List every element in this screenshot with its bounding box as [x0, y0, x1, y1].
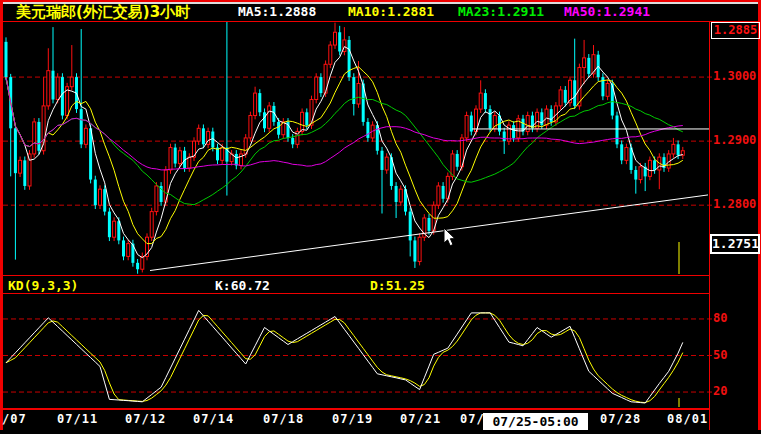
current-price-box: 1.2885 — [711, 22, 760, 39]
main-panel-bottom-border — [0, 275, 710, 276]
mouse-cursor-icon — [443, 228, 457, 248]
kd-indicator-label: KD(9,3,3) — [8, 278, 78, 293]
date-tick-label: 07/18 — [263, 412, 304, 426]
ma23-readout: MA23:1.2911 — [458, 4, 544, 19]
date-tick-label: 07/12 — [125, 412, 166, 426]
date-tick-label: /07 — [2, 412, 27, 426]
kd-gridline-label: 50 — [713, 348, 727, 362]
kd-panel-top-border — [0, 293, 710, 294]
kd-d-readout: D:51.25 — [370, 278, 425, 293]
ma5-readout: MA5:1.2888 — [238, 4, 316, 19]
chart-application-window: 美元瑞郎(外汇交易)3小时 MA5:1.2888 MA10:1.2881 MA2… — [0, 0, 761, 434]
date-tick-label: 07/21 — [400, 412, 441, 426]
price-gridline-label: 1.2900 — [713, 133, 756, 147]
kd-gridline-label: 80 — [713, 311, 727, 325]
date-tick-label: 07/ — [460, 412, 485, 426]
price-gridline-label: 1.3000 — [713, 69, 756, 83]
left-border — [0, 0, 3, 430]
highlighted-date-box: 07/25-05:00 — [483, 413, 588, 430]
symbol-title: 美元瑞郎(外汇交易)3小时 — [16, 3, 190, 22]
price-axis-line — [709, 21, 710, 430]
chart-canvas[interactable] — [0, 0, 761, 434]
trendline-price-box: 1.2751 — [710, 234, 760, 254]
date-tick-label: 07/28 — [600, 412, 641, 426]
kd-k-readout: K:60.72 — [215, 278, 270, 293]
date-tick-label: 07/11 — [57, 412, 98, 426]
date-tick-label: 07/19 — [332, 412, 373, 426]
price-gridline-label: 1.2800 — [713, 197, 756, 211]
kd-gridline-label: 20 — [713, 384, 727, 398]
ma50-readout: MA50:1.2941 — [564, 4, 650, 19]
date-tick-label: 07/14 — [193, 412, 234, 426]
date-tick-label: 08/01 — [667, 412, 708, 426]
top-border — [0, 0, 761, 2]
ma10-readout: MA10:1.2881 — [348, 4, 434, 19]
kd-panel-bottom-border — [0, 408, 710, 410]
